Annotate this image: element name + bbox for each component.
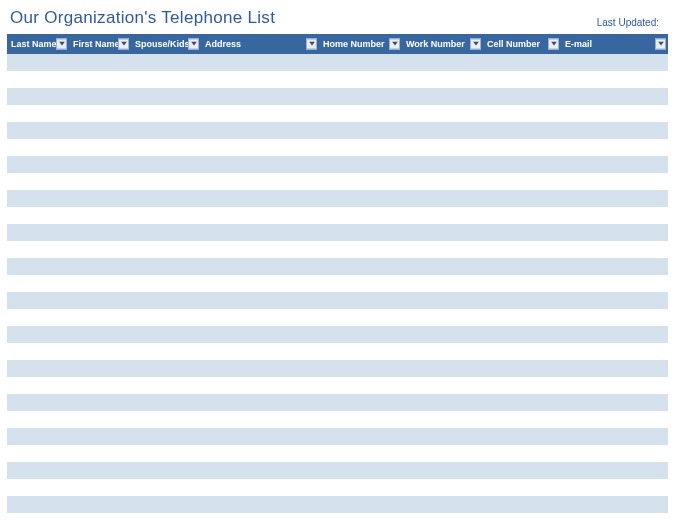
table-cell[interactable]	[402, 156, 483, 173]
table-cell[interactable]	[483, 122, 561, 139]
table-cell[interactable]	[131, 71, 201, 88]
table-cell[interactable]	[319, 309, 402, 326]
table-cell[interactable]	[201, 428, 319, 445]
table-cell[interactable]	[69, 394, 131, 411]
table-cell[interactable]	[201, 496, 319, 513]
table-cell[interactable]	[201, 156, 319, 173]
table-cell[interactable]	[402, 258, 483, 275]
table-cell[interactable]	[402, 479, 483, 496]
table-cell[interactable]	[402, 207, 483, 224]
table-cell[interactable]	[131, 360, 201, 377]
table-cell[interactable]	[319, 156, 402, 173]
table-cell[interactable]	[402, 428, 483, 445]
table-cell[interactable]	[131, 309, 201, 326]
table-cell[interactable]	[319, 445, 402, 462]
table-cell[interactable]	[201, 190, 319, 207]
table-cell[interactable]	[483, 207, 561, 224]
table-cell[interactable]	[201, 326, 319, 343]
table-cell[interactable]	[69, 258, 131, 275]
table-cell[interactable]	[483, 462, 561, 479]
table-cell[interactable]	[483, 275, 561, 292]
table-cell[interactable]	[69, 309, 131, 326]
table-cell[interactable]	[561, 479, 668, 496]
table-cell[interactable]	[402, 496, 483, 513]
table-cell[interactable]	[561, 105, 668, 122]
table-cell[interactable]	[7, 139, 69, 156]
table-cell[interactable]	[402, 326, 483, 343]
table-cell[interactable]	[561, 462, 668, 479]
table-cell[interactable]	[319, 462, 402, 479]
table-cell[interactable]	[201, 479, 319, 496]
table-cell[interactable]	[69, 71, 131, 88]
table-cell[interactable]	[131, 54, 201, 71]
table-cell[interactable]	[402, 445, 483, 462]
table-cell[interactable]	[319, 173, 402, 190]
table-cell[interactable]	[131, 88, 201, 105]
table-cell[interactable]	[319, 411, 402, 428]
table-cell[interactable]	[402, 105, 483, 122]
table-cell[interactable]	[7, 54, 69, 71]
table-cell[interactable]	[69, 479, 131, 496]
table-cell[interactable]	[561, 309, 668, 326]
table-cell[interactable]	[131, 173, 201, 190]
table-cell[interactable]	[131, 258, 201, 275]
table-cell[interactable]	[319, 292, 402, 309]
table-cell[interactable]	[7, 173, 69, 190]
table-cell[interactable]	[69, 54, 131, 71]
table-cell[interactable]	[131, 207, 201, 224]
table-cell[interactable]	[561, 343, 668, 360]
table-cell[interactable]	[483, 190, 561, 207]
table-cell[interactable]	[69, 445, 131, 462]
table-cell[interactable]	[201, 258, 319, 275]
table-cell[interactable]	[7, 105, 69, 122]
table-cell[interactable]	[319, 394, 402, 411]
table-cell[interactable]	[319, 496, 402, 513]
table-cell[interactable]	[201, 462, 319, 479]
table-cell[interactable]	[402, 173, 483, 190]
table-cell[interactable]	[561, 224, 668, 241]
table-cell[interactable]	[69, 173, 131, 190]
table-cell[interactable]	[402, 309, 483, 326]
table-cell[interactable]	[561, 139, 668, 156]
table-cell[interactable]	[7, 445, 69, 462]
table-cell[interactable]	[7, 394, 69, 411]
table-cell[interactable]	[319, 139, 402, 156]
table-cell[interactable]	[483, 258, 561, 275]
table-cell[interactable]	[131, 394, 201, 411]
table-cell[interactable]	[319, 241, 402, 258]
table-cell[interactable]	[201, 394, 319, 411]
table-cell[interactable]	[402, 275, 483, 292]
table-cell[interactable]	[131, 156, 201, 173]
table-cell[interactable]	[483, 326, 561, 343]
table-cell[interactable]	[483, 173, 561, 190]
table-cell[interactable]	[201, 139, 319, 156]
table-cell[interactable]	[69, 190, 131, 207]
table-cell[interactable]	[561, 394, 668, 411]
table-cell[interactable]	[561, 173, 668, 190]
table-cell[interactable]	[561, 71, 668, 88]
table-cell[interactable]	[201, 343, 319, 360]
table-cell[interactable]	[561, 360, 668, 377]
table-cell[interactable]	[7, 309, 69, 326]
table-cell[interactable]	[483, 309, 561, 326]
table-cell[interactable]	[69, 411, 131, 428]
table-cell[interactable]	[201, 207, 319, 224]
table-cell[interactable]	[561, 428, 668, 445]
table-cell[interactable]	[483, 394, 561, 411]
table-cell[interactable]	[7, 71, 69, 88]
table-cell[interactable]	[131, 105, 201, 122]
table-cell[interactable]	[69, 241, 131, 258]
table-cell[interactable]	[69, 428, 131, 445]
table-cell[interactable]	[131, 496, 201, 513]
table-cell[interactable]	[483, 139, 561, 156]
table-cell[interactable]	[561, 292, 668, 309]
table-cell[interactable]	[69, 462, 131, 479]
filter-dropdown-icon[interactable]	[389, 39, 400, 50]
table-cell[interactable]	[69, 122, 131, 139]
table-cell[interactable]	[69, 88, 131, 105]
table-cell[interactable]	[402, 394, 483, 411]
table-cell[interactable]	[69, 377, 131, 394]
table-cell[interactable]	[131, 139, 201, 156]
table-cell[interactable]	[319, 54, 402, 71]
table-cell[interactable]	[483, 88, 561, 105]
